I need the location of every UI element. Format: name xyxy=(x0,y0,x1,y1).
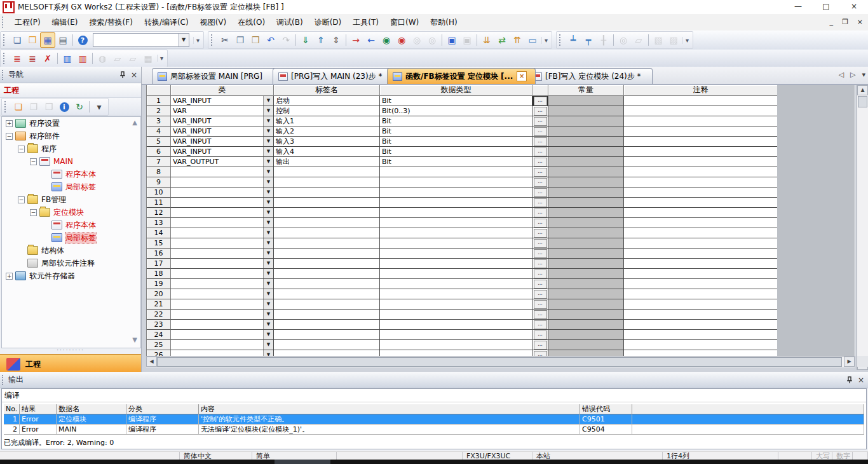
grid-comment-cell[interactable] xyxy=(624,147,778,157)
class-dropdown-icon[interactable]: ▼ xyxy=(263,218,273,228)
tree-expander-icon[interactable]: − xyxy=(30,209,37,216)
fb-instance-icon[interactable]: ▥ xyxy=(75,51,90,66)
grid-row-number[interactable]: 6 xyxy=(147,147,171,157)
type-browse-button[interactable]: ... xyxy=(534,259,547,268)
tree-item[interactable]: 程序本体 xyxy=(2,219,140,231)
type-browse-button[interactable]: ... xyxy=(534,147,547,156)
grid-type-cell[interactable] xyxy=(380,289,532,299)
grid-row-number[interactable]: 17 xyxy=(147,259,171,269)
grid-type-cell[interactable] xyxy=(380,177,532,188)
print-icon[interactable]: ▤ xyxy=(55,32,71,48)
mdi-close-button[interactable]: × xyxy=(857,17,863,27)
grid-comment-cell[interactable] xyxy=(624,330,778,340)
grid-class-cell[interactable]: ▼ xyxy=(171,238,274,249)
grid-label-cell[interactable]: 启动 xyxy=(274,96,380,106)
document-tab[interactable]: [FB]写入 定位模块 (24)步 * xyxy=(527,68,653,84)
class-dropdown-icon[interactable]: ▼ xyxy=(263,259,273,268)
grid-label-cell[interactable] xyxy=(274,198,380,208)
tab-scroll-right-icon[interactable]: ▷ xyxy=(850,71,855,79)
combobox-dropdown-icon[interactable]: ▼ xyxy=(178,34,189,46)
new-declaration-icon[interactable]: ≣ xyxy=(10,51,25,66)
undo-icon[interactable]: ↶ xyxy=(263,32,278,48)
grid-row-number[interactable]: 12 xyxy=(147,208,171,218)
tree-item[interactable]: +程序设置 xyxy=(2,117,140,130)
grid-row-number[interactable]: 24 xyxy=(147,330,171,340)
grid-comment-cell[interactable] xyxy=(624,116,778,126)
taskbar-item[interactable] xyxy=(275,460,330,464)
grid-row-number[interactable]: 11 xyxy=(147,198,171,208)
grid-comment-cell[interactable] xyxy=(624,269,778,279)
grid-label-cell[interactable] xyxy=(274,259,380,269)
grid-comment-cell[interactable] xyxy=(624,167,778,177)
grid-label-cell[interactable] xyxy=(274,299,380,310)
menu-item[interactable]: 视图(V) xyxy=(194,15,233,30)
grid-label-cell[interactable] xyxy=(274,330,380,340)
tree-item[interactable]: +软元件存储器 xyxy=(2,270,140,282)
type-browse-button[interactable]: ... xyxy=(534,127,547,136)
toolbar-overflow-button[interactable]: ▾ xyxy=(682,37,691,44)
device-read-icon[interactable]: ⇑ xyxy=(313,32,329,48)
grid-comment-cell[interactable] xyxy=(624,198,778,208)
tab-scroll-left-icon[interactable]: ◁ xyxy=(839,71,844,79)
open-project-icon[interactable]: ❒ xyxy=(25,32,40,48)
grid-comment-cell[interactable] xyxy=(624,188,778,198)
grid-class-cell[interactable]: VAR▼ xyxy=(171,106,274,116)
device-display-icon[interactable]: ▣ xyxy=(444,32,459,48)
read-from-plc-icon[interactable]: ← xyxy=(363,32,379,48)
grid-comment-cell[interactable] xyxy=(624,279,778,289)
menu-item[interactable]: 诊断(D) xyxy=(309,15,348,30)
type-browse-button[interactable]: ... xyxy=(534,300,547,309)
grid-comment-cell[interactable] xyxy=(624,157,778,167)
grid-comment-cell[interactable] xyxy=(624,340,778,350)
type-browse-button[interactable]: ... xyxy=(534,219,547,228)
register-fb-icon[interactable]: ▥ xyxy=(60,51,75,66)
type-browse-button[interactable]: ... xyxy=(534,168,547,177)
grid-class-cell[interactable]: ▼ xyxy=(171,310,274,320)
grid-type-cell[interactable]: Bit xyxy=(380,126,532,137)
save-project-icon[interactable]: ▦ xyxy=(40,32,55,48)
menu-item[interactable]: 工具(T) xyxy=(347,15,384,30)
tree-expander-icon[interactable]: − xyxy=(30,158,37,165)
type-browse-button[interactable]: ... xyxy=(534,229,547,238)
horizontal-scroll-thumb[interactable] xyxy=(157,357,842,367)
grid-class-cell[interactable]: ▼ xyxy=(171,269,274,279)
type-browse-button[interactable]: ... xyxy=(534,208,547,217)
grid-row-number[interactable]: 10 xyxy=(147,188,171,198)
grid-class-cell[interactable]: VAR_INPUT▼ xyxy=(171,96,274,106)
grid-label-cell[interactable] xyxy=(274,249,380,259)
class-dropdown-icon[interactable]: ▼ xyxy=(263,96,273,106)
class-dropdown-icon[interactable]: ▼ xyxy=(263,147,273,156)
monitor-start-icon[interactable]: ◉ xyxy=(379,32,394,48)
menu-item[interactable]: 工程(P) xyxy=(9,15,46,30)
class-dropdown-icon[interactable]: ▼ xyxy=(263,238,273,248)
verify-plc-icon[interactable]: ⇊ xyxy=(479,32,494,48)
grid-label-cell[interactable]: 控制 xyxy=(274,106,380,116)
type-browse-button[interactable]: ... xyxy=(534,239,547,248)
help-icon[interactable]: ? xyxy=(75,32,90,48)
grid-class-cell[interactable]: VAR_OUTPUT▼ xyxy=(171,157,274,167)
class-dropdown-icon[interactable]: ▼ xyxy=(263,137,273,146)
grid-label-cell[interactable] xyxy=(274,340,380,350)
grid-label-cell[interactable] xyxy=(274,167,380,177)
sort-icon[interactable]: ▾ xyxy=(92,99,107,114)
menu-item[interactable]: 编辑(E) xyxy=(46,15,84,30)
class-dropdown-icon[interactable]: ▼ xyxy=(263,310,273,319)
grid-comment-cell[interactable] xyxy=(624,96,778,106)
class-dropdown-icon[interactable]: ▼ xyxy=(263,116,273,126)
tree-item[interactable]: 局部标签 xyxy=(2,181,140,193)
type-browse-button[interactable]: ... xyxy=(534,117,547,126)
tree-item[interactable]: −程序 xyxy=(2,142,140,155)
grid-class-cell[interactable]: ▼ xyxy=(171,228,274,238)
type-browse-button[interactable]: ... xyxy=(534,270,547,278)
grid-class-cell[interactable]: ▼ xyxy=(171,330,274,340)
transfer-setup-icon[interactable]: ⇄ xyxy=(494,32,510,48)
type-browse-button[interactable]: ... xyxy=(534,290,547,299)
grid-row-number[interactable]: 26 xyxy=(147,350,171,356)
grid-class-cell[interactable]: ▼ xyxy=(171,289,274,299)
mdi-restore-button[interactable]: ❐ xyxy=(842,17,848,27)
class-dropdown-icon[interactable]: ▼ xyxy=(263,340,273,350)
tree-item[interactable]: 局部标签 xyxy=(2,231,140,244)
grid-label-cell[interactable] xyxy=(274,269,380,279)
grid-label-cell[interactable]: 输入1 xyxy=(274,116,380,126)
grid-class-cell[interactable]: ▼ xyxy=(171,340,274,350)
